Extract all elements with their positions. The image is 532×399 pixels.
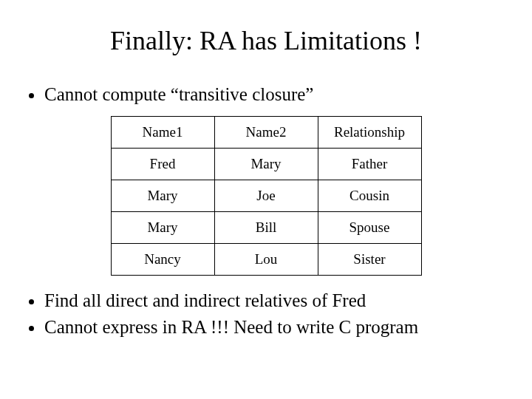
table-header-cell: Name1 (111, 117, 214, 149)
bullets-bottom: Find all direct and indirect relatives o… (18, 289, 514, 338)
page-title: Finally: RA has Limitations ! (18, 25, 514, 56)
table-row: Name1 Name2 Relationship (111, 117, 421, 149)
relationships-table: Name1 Name2 Relationship Fred Mary Fathe… (111, 116, 422, 276)
table-cell: Mary (111, 180, 214, 212)
table-row: Nancy Lou Sister (111, 244, 421, 276)
table-header-cell: Relationship (318, 117, 421, 149)
table-row: Mary Joe Cousin (111, 180, 421, 212)
table-cell: Bill (214, 212, 318, 244)
table-cell: Fred (111, 149, 214, 180)
table-cell: Cousin (318, 180, 421, 212)
bullet-item: Find all direct and indirect relatives o… (44, 289, 514, 312)
table-cell: Sister (318, 244, 421, 276)
table-cell: Spouse (318, 212, 421, 244)
table-cell: Lou (214, 244, 318, 276)
table-cell: Father (318, 149, 421, 180)
bullets-top: Cannot compute “transitive closure” (18, 83, 514, 106)
table-cell: Mary (214, 149, 318, 180)
table-cell: Mary (111, 212, 214, 244)
bullet-item: Cannot compute “transitive closure” (44, 83, 514, 106)
table-cell: Joe (214, 180, 318, 212)
bullet-item: Cannot express in RA !!! Need to write C… (44, 316, 514, 338)
table-row: Mary Bill Spouse (111, 212, 421, 244)
table-cell: Nancy (111, 244, 214, 276)
table-header-cell: Name2 (214, 117, 318, 149)
table-row: Fred Mary Father (111, 149, 421, 180)
